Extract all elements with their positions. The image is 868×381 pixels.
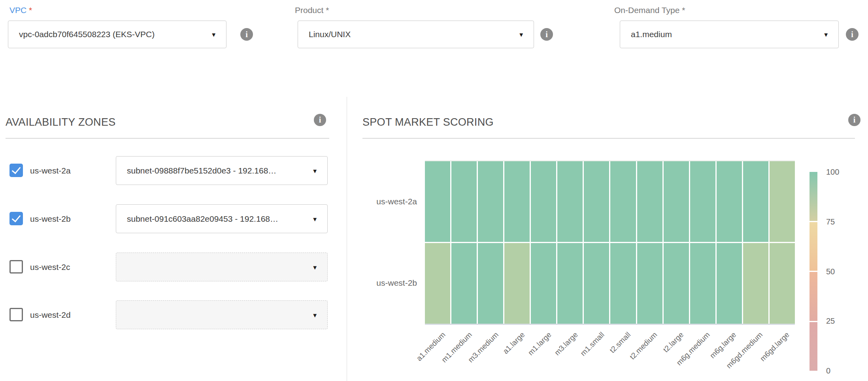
- heatmap-cell: [504, 243, 530, 324]
- heatmap-cell: [557, 161, 583, 242]
- required-asterisk: *: [29, 6, 32, 15]
- vpc-label: VPC *: [9, 6, 32, 15]
- heatmap-y-label: us-west-2b: [366, 278, 417, 288]
- heatmap-cell: [770, 243, 795, 324]
- chevron-down-icon: ▼: [312, 312, 318, 318]
- colorbar-segment: [810, 272, 817, 321]
- heatmap-cell: [637, 161, 662, 242]
- heatmap-x-label: t2.large: [661, 330, 685, 354]
- required-asterisk: *: [682, 6, 685, 15]
- availability-zone-row: us-west-2d ▼: [0, 300, 347, 329]
- heatmap-x-label: a1.large: [501, 330, 526, 356]
- chevron-down-icon: ▼: [312, 216, 318, 222]
- availability-zones-info-icon[interactable]: i: [314, 114, 326, 126]
- heatmap-cell: [557, 243, 583, 324]
- heatmap-cell: [584, 243, 609, 324]
- heatmap-cell: [451, 161, 477, 242]
- subnet-select-value: subnet-09888f7be5152d0e3 - 192.168…: [127, 157, 276, 185]
- colorbar-tick-label: 50: [826, 267, 835, 276]
- heatmap-cell: [610, 161, 636, 242]
- chevron-down-icon: ▼: [312, 168, 318, 174]
- required-asterisk: *: [326, 6, 329, 15]
- az-checkbox[interactable]: [9, 212, 23, 225]
- chevron-down-icon: ▼: [518, 32, 524, 38]
- az-zone-label: us-west-2c: [30, 253, 70, 281]
- heatmap-cell: [478, 243, 503, 324]
- on-demand-type-label: On-Demand Type *: [614, 6, 685, 15]
- product-select-value: Linux/UNIX: [309, 21, 351, 48]
- az-checkbox[interactable]: [9, 308, 23, 321]
- heatmap-cell: [717, 161, 742, 242]
- heatmap-cell: [531, 161, 556, 242]
- colorbar-tick-label: 0: [826, 366, 830, 375]
- heatmap-cell: [584, 161, 609, 242]
- heatmap-x-label: m1.large: [526, 330, 553, 357]
- subnet-select[interactable]: subnet-091c603aa82e09453 - 192.168… ▼: [116, 204, 328, 233]
- subnet-select[interactable]: subnet-09888f7be5152d0e3 - 192.168… ▼: [116, 156, 328, 185]
- on-demand-type-info-icon[interactable]: i: [846, 28, 859, 41]
- heatmap-cell: [637, 243, 662, 324]
- product-info-icon[interactable]: i: [540, 28, 553, 41]
- heatmap-y-label: us-west-2a: [366, 197, 417, 206]
- availability-zone-row: us-west-2c ▼: [0, 253, 347, 281]
- availability-zone-row: us-west-2a subnet-09888f7be5152d0e3 - 19…: [0, 156, 347, 185]
- heatmap-cell: [451, 243, 477, 324]
- heatmap-cell: [531, 243, 556, 324]
- spot-market-scoring-title: SPOT MARKET SCORING: [362, 116, 494, 128]
- subnet-select[interactable]: ▼: [116, 300, 328, 329]
- colorbar-segment: [810, 222, 817, 271]
- colorbar-segment: [810, 172, 817, 221]
- az-zone-label: us-west-2b: [30, 204, 71, 233]
- product-select[interactable]: Linux/UNIX ▼: [298, 21, 534, 48]
- az-checkbox[interactable]: [9, 164, 23, 177]
- subnet-select[interactable]: ▼: [116, 253, 328, 281]
- spot-instance-config-screen: VPC * vpc-0adcb70f645508223 (EKS-VPC) ▼ …: [0, 0, 868, 381]
- az-zone-label: us-west-2d: [30, 300, 71, 329]
- heatmap-x-label: t2.small: [608, 330, 632, 355]
- colorbar-segment: [810, 322, 817, 371]
- chevron-down-icon: ▼: [312, 264, 318, 270]
- vpc-select[interactable]: vpc-0adcb70f645508223 (EKS-VPC) ▼: [8, 21, 226, 48]
- heatmap-cell: [504, 161, 530, 242]
- heatmap-cell: [690, 161, 715, 242]
- heatmap-cell: [743, 161, 768, 242]
- panel-divider: [347, 97, 347, 381]
- on-demand-type-select[interactable]: a1.medium ▼: [620, 21, 839, 48]
- colorbar-tick-label: 100: [826, 168, 839, 177]
- heatmap-cell: [425, 161, 450, 242]
- heatmap-cell: [425, 243, 450, 324]
- heatmap-x-label: m1.small: [579, 330, 606, 358]
- heatmap-colorbar: [810, 172, 817, 371]
- spot-market-scoring-info-icon[interactable]: i: [848, 114, 860, 126]
- heatmap-x-label: t2.medium: [628, 330, 659, 361]
- on-demand-type-select-value: a1.medium: [631, 21, 672, 48]
- spot-market-scoring-divider: [362, 138, 855, 139]
- heatmap-grid: [425, 161, 795, 324]
- heatmap-x-label: m3.large: [553, 330, 579, 357]
- heatmap-cell: [770, 161, 795, 242]
- subnet-select-value: subnet-091c603aa82e09453 - 192.168…: [127, 205, 278, 233]
- heatmap-cell: [478, 161, 503, 242]
- heatmap: [425, 160, 795, 325]
- colorbar-tick-label: 75: [826, 217, 835, 226]
- heatmap-cell: [717, 243, 742, 324]
- heatmap-cell: [610, 243, 636, 324]
- heatmap-cell: [743, 243, 768, 324]
- heatmap-cell: [690, 243, 715, 324]
- availability-zones-title: AVAILABILITY ZONES: [6, 116, 116, 128]
- vpc-info-icon[interactable]: i: [240, 28, 253, 41]
- heatmap-cell: [664, 161, 689, 242]
- product-label: Product *: [295, 6, 329, 15]
- heatmap-cell: [664, 243, 689, 324]
- availability-zones-divider: [6, 138, 329, 139]
- availability-zone-row: us-west-2b subnet-091c603aa82e09453 - 19…: [0, 204, 347, 233]
- az-checkbox[interactable]: [9, 260, 23, 273]
- vpc-select-value: vpc-0adcb70f645508223 (EKS-VPC): [19, 21, 155, 48]
- colorbar-tick-label: 25: [826, 317, 835, 326]
- az-zone-label: us-west-2a: [30, 156, 71, 185]
- chevron-down-icon: ▼: [211, 32, 217, 38]
- chevron-down-icon: ▼: [823, 32, 829, 38]
